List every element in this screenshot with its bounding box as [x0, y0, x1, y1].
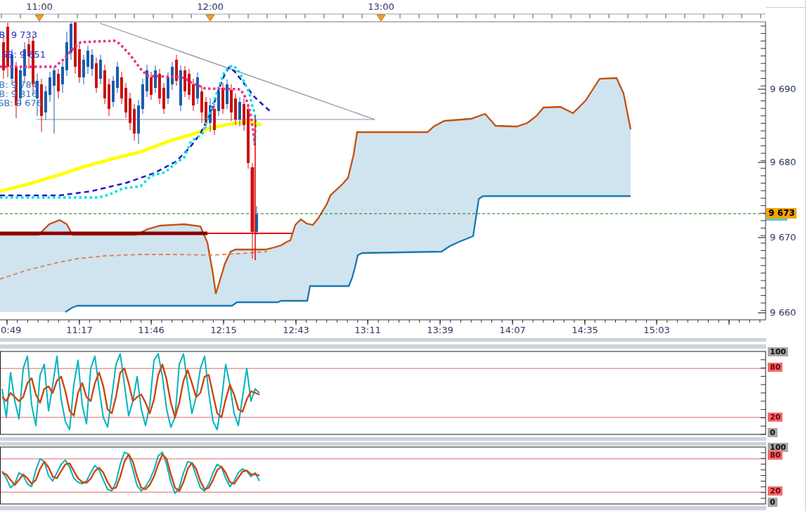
stochastic-fast-panel[interactable] — [1, 351, 766, 434]
ichimoku-cloud — [0, 78, 631, 312]
top-time-label: 11:00 — [26, 1, 52, 12]
time-axis-label: 14:35 — [572, 325, 598, 335]
oscillator-scale-badge: 20 — [768, 413, 782, 422]
top-time-label: 13:00 — [368, 1, 394, 12]
oscillator-scale-badge: 80 — [768, 363, 782, 372]
time-axis-label: 15:03 — [643, 325, 669, 335]
price-badge-accent — [766, 219, 787, 221]
right-edge-separator — [805, 0, 806, 511]
top-right-separator — [766, 7, 805, 8]
price-axis-label: 9 680 — [770, 157, 796, 167]
top-time-label: 12:00 — [197, 1, 223, 12]
time-axis-label: 11:46 — [138, 325, 164, 335]
time-axis-label: 0:49 — [1, 325, 21, 335]
trading-terminal: 11:0012:0013:009 6909 6809 6709 6600:491… — [0, 0, 812, 511]
price-axis-label: 9 670 — [770, 232, 796, 242]
sb-price-label: SB: 9 676 — [0, 98, 42, 108]
time-axis-label: 13:39 — [427, 325, 453, 335]
time-axis-label: 11:17 — [66, 325, 92, 335]
sb-price-label: SB: 9 733 — [0, 30, 37, 40]
current-price-badge: 9 673 — [766, 208, 797, 219]
oscillator-scale-badge: 0 — [768, 498, 778, 507]
time-axis-label: 12:43 — [283, 325, 309, 335]
oscillator-scale-badge: 0 — [768, 428, 778, 437]
panel-splitter[interactable] — [0, 338, 766, 342]
oscillator-scale-badge: 80 — [768, 451, 782, 460]
panel-splitter[interactable] — [0, 437, 766, 441]
time-marker-icon — [35, 15, 44, 21]
panel-splitter[interactable] — [0, 442, 766, 446]
oscillator-scale-badge: 100 — [768, 347, 788, 356]
panel-splitter[interactable] — [0, 506, 766, 510]
panel-splitter[interactable] — [0, 344, 766, 349]
time-axis-label: 13:11 — [354, 325, 380, 335]
time-axis-label: 14:07 — [499, 325, 525, 335]
time-axis-label: 12:15 — [210, 325, 236, 335]
yellow-ma-line — [0, 122, 260, 191]
time-marker-icon — [206, 15, 214, 21]
oscillator-scale-badge: 20 — [768, 486, 782, 496]
sb-price-label: SB: 9 651 — [1, 49, 46, 60]
time-marker-icon — [377, 15, 385, 21]
price-axis-label: 9 660 — [770, 307, 796, 318]
main-chart-canvas[interactable] — [0, 0, 812, 511]
price-axis-label: 9 690 — [770, 84, 796, 94]
stochastic-slow-panel[interactable] — [1, 447, 766, 504]
